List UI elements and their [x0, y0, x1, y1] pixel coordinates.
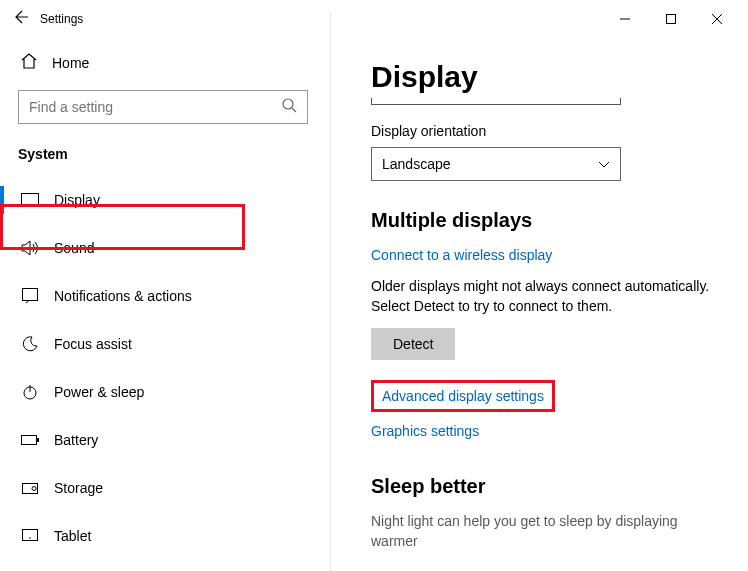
svg-rect-2: [22, 194, 39, 205]
orientation-label: Display orientation: [371, 123, 724, 139]
nav-label: Display: [54, 192, 100, 208]
back-button[interactable]: [8, 9, 36, 29]
nav-label: Sound: [54, 240, 94, 256]
titlebar: Settings: [0, 0, 748, 38]
svg-point-1: [283, 99, 293, 109]
category-label: System: [12, 138, 318, 176]
svg-point-10: [29, 537, 31, 539]
search-box[interactable]: [18, 90, 308, 124]
main-content: Display Display orientation Landscape Mu…: [331, 38, 748, 571]
sidebar-item-focus[interactable]: Focus assist: [0, 320, 318, 368]
graphics-settings-link[interactable]: Graphics settings: [371, 423, 479, 439]
sidebar-item-battery[interactable]: Battery: [0, 416, 318, 464]
tablet-icon: [20, 526, 40, 546]
maximize-button[interactable]: [648, 4, 694, 34]
svg-rect-9: [23, 530, 38, 541]
close-icon: [712, 14, 722, 24]
svg-rect-0: [667, 15, 676, 24]
minimize-button[interactable]: [602, 4, 648, 34]
power-icon: [20, 382, 40, 402]
window-title: Settings: [40, 12, 83, 26]
moon-icon: [20, 334, 40, 354]
nav-label: Power & sleep: [54, 384, 144, 400]
chevron-down-icon: [598, 156, 610, 172]
nav-list: Display Sound Notifications & actions Fo…: [0, 176, 318, 560]
nav-label: Battery: [54, 432, 98, 448]
detect-button[interactable]: Detect: [371, 328, 455, 360]
orientation-value: Landscape: [382, 156, 451, 172]
maximize-icon: [666, 14, 676, 24]
nav-label: Focus assist: [54, 336, 132, 352]
notifications-icon: [20, 286, 40, 306]
sound-icon: [20, 238, 40, 258]
storage-icon: [20, 478, 40, 498]
svg-rect-3: [23, 289, 38, 301]
nav-label: Storage: [54, 480, 103, 496]
svg-point-8: [32, 487, 36, 491]
battery-icon: [20, 430, 40, 450]
sidebar-home[interactable]: Home: [12, 46, 318, 88]
svg-rect-5: [22, 436, 37, 445]
search-input[interactable]: [29, 99, 281, 115]
sidebar-item-sound[interactable]: Sound: [0, 224, 318, 272]
bracket-divider: [371, 98, 621, 105]
window-controls: [602, 4, 740, 34]
page-title: Display: [371, 60, 724, 94]
multiple-displays-title: Multiple displays: [371, 209, 724, 232]
sidebar-item-power[interactable]: Power & sleep: [0, 368, 318, 416]
arrow-left-icon: [14, 9, 30, 25]
sleep-better-text: Night light can help you get to sleep by…: [371, 512, 711, 551]
advanced-display-link[interactable]: Advanced display settings: [382, 388, 544, 404]
minimize-icon: [620, 14, 630, 24]
highlight-box-advanced: Advanced display settings: [371, 380, 555, 412]
sleep-better-title: Sleep better: [371, 475, 724, 498]
wireless-display-link[interactable]: Connect to a wireless display: [371, 247, 552, 263]
home-icon: [20, 52, 38, 74]
sidebar-item-tablet[interactable]: Tablet: [0, 512, 318, 560]
close-button[interactable]: [694, 4, 740, 34]
svg-rect-7: [23, 484, 38, 494]
home-label: Home: [52, 55, 89, 71]
search-icon: [281, 97, 297, 117]
orientation-dropdown[interactable]: Landscape: [371, 147, 621, 181]
older-displays-text: Older displays might not always connect …: [371, 277, 711, 316]
svg-rect-6: [37, 438, 39, 442]
nav-label: Notifications & actions: [54, 288, 192, 304]
sidebar-item-storage[interactable]: Storage: [0, 464, 318, 512]
monitor-icon: [20, 190, 40, 210]
sidebar-item-display[interactable]: Display: [0, 176, 318, 224]
sidebar: Home System Display Sound Notifications …: [0, 38, 330, 571]
nav-label: Tablet: [54, 528, 91, 544]
sidebar-item-notifications[interactable]: Notifications & actions: [0, 272, 318, 320]
